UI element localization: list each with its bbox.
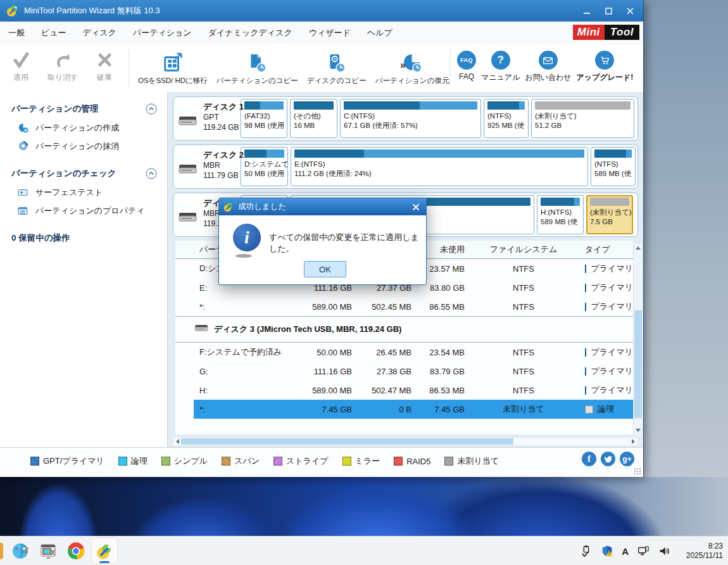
type-swatch-icon (585, 303, 586, 311)
dialog-titlebar[interactable]: 成功しました (219, 198, 426, 215)
taskbar-clock[interactable]: 8:23 2025/11/11 (679, 542, 723, 561)
apply-check-button[interactable]: 適用 (5, 49, 37, 83)
cell: 7.45 GB (411, 400, 465, 419)
legend-item: ミラー (342, 455, 380, 467)
twitter-icon[interactable] (601, 452, 615, 466)
partition-label: C:(NTFS) (344, 111, 477, 121)
faq-badge-button[interactable]: FAQFAQ (457, 51, 476, 83)
partition-box[interactable]: C:(NTFS)67.1 GB (使用済: 57%) (340, 99, 481, 138)
snipping-tool-icon[interactable] (39, 542, 57, 560)
ime-mode-icon[interactable]: A (622, 546, 629, 557)
minimize-icon[interactable] (577, 4, 596, 18)
googleplus-icon[interactable]: g+ (620, 452, 634, 466)
table-row[interactable]: *:7.45 GB0 B7.45 GB未割り当て論理 (175, 400, 633, 419)
type-label: プライマリ (591, 282, 633, 293)
menu-item[interactable]: ウィザード (301, 22, 359, 44)
facebook-icon[interactable]: f (582, 452, 596, 466)
menu-item[interactable]: ディスク (75, 22, 125, 44)
question-button[interactable]: ?マニュアル (481, 51, 520, 83)
partition-box[interactable]: H:(NTFS)589 MB (使 (537, 195, 584, 234)
security-shield-warning-icon[interactable] (601, 545, 613, 557)
partition-usage-bar (294, 101, 334, 110)
titlebar: MiniTool Partition Wizard 無料版 10.3 (0, 0, 643, 22)
menu-item[interactable]: ダイナミックディスク (200, 22, 301, 44)
info-icon: i (233, 224, 261, 251)
maximize-icon[interactable] (599, 4, 618, 18)
partition-size: 925 MB (使 (487, 121, 525, 130)
partition-usage-bar (244, 101, 284, 110)
usb-device-icon[interactable] (580, 545, 593, 557)
disk-info[interactable]: ディスク 2MBR111.79 GB (175, 147, 241, 186)
resize-grip[interactable] (634, 467, 641, 475)
os-migrate-button[interactable]: OSをSSD/ HDに移行 (135, 51, 210, 86)
disk-row: ディスク 1GPT119.24 GB(FAT32)98 MB (使用(その他)1… (173, 96, 638, 141)
ok-button[interactable]: OK (304, 261, 346, 277)
menu-item[interactable]: 一般 (0, 22, 33, 44)
sidebar-item[interactable]: パーティションの抹消 (0, 137, 167, 155)
paint-icon[interactable] (11, 542, 29, 560)
menu-item[interactable]: ヘルプ (359, 22, 401, 44)
taskbar-edge-icon[interactable] (0, 543, 3, 559)
volume-icon[interactable] (658, 545, 670, 557)
horizontal-scrollbar[interactable] (173, 437, 638, 446)
table-row[interactable]: H:589.00 MB502.47 MB86.53 MBNTFSプライマリ (175, 381, 633, 400)
table-row[interactable]: G:111.16 GB27.38 GB83.79 GBNTFSプライマリ (175, 362, 633, 381)
partition-box[interactable]: (未割り当て)51.2 GB (531, 99, 634, 138)
partition-box[interactable]: (NTFS)925 MB (使 (484, 99, 529, 138)
type-swatch-icon (585, 367, 586, 376)
sidebar-item-label: サーフェステスト (35, 187, 103, 198)
partition-recovery-button[interactable]: パーティションの復元 (373, 51, 452, 86)
drive-icon (178, 114, 198, 130)
minitool-taskbar-button[interactable] (91, 538, 118, 564)
scrollbar-thumb[interactable] (634, 310, 642, 418)
sidebar-item[interactable]: パーティションのプロパティ (0, 201, 167, 220)
chrome-icon[interactable] (67, 542, 85, 560)
scroll-left-icon[interactable] (173, 438, 181, 445)
table-row[interactable]: F:システムで予約済み50.00 MB26.45 MB23.54 MBNTFSプ… (175, 343, 633, 362)
mail-button[interactable]: お問い合わせ (525, 51, 571, 83)
collapse-icon[interactable] (146, 168, 157, 179)
close-icon[interactable] (620, 4, 639, 18)
partition-box[interactable]: (その他)16 MB (290, 99, 337, 138)
partition-box[interactable]: E:(NTFS)111.2 GB (使用済: 24%) (291, 147, 588, 186)
close-icon[interactable] (412, 203, 420, 211)
table-row[interactable]: *:589.00 MB502.45 MB86.55 MBNTFSプライマリ (175, 297, 633, 316)
sidebar-item[interactable]: サーフェステスト (0, 183, 167, 201)
cell: NTFS (465, 283, 582, 293)
scroll-up-icon[interactable] (634, 244, 643, 251)
scroll-right-icon[interactable] (630, 438, 637, 445)
column-header[interactable]: ファイルシステム (465, 244, 582, 255)
menu-item[interactable]: ビュー (33, 22, 75, 44)
toolbar-overflow-icon[interactable]: » (400, 60, 406, 71)
disk-size: 111.79 GB (203, 170, 241, 181)
partition-box[interactable]: (未割り当て)7.5 GB (586, 195, 633, 234)
partition-usage-bar (344, 101, 477, 110)
disk-info[interactable]: ディスク 1GPT119.24 GB (175, 99, 241, 138)
partition-copy-button[interactable]: パーティションのコピー (214, 51, 301, 86)
partition-box[interactable]: (FAT32)98 MB (使用 (241, 99, 287, 138)
discard-button[interactable]: 破棄 (89, 49, 120, 83)
legend-label: RAID5 (406, 457, 430, 466)
success-dialog: 成功しました i すべての保留中の変更を正常に適用しました。 OK (218, 198, 427, 285)
scrollbar-thumb[interactable] (181, 438, 513, 445)
partition-label: H:(NTFS) (541, 208, 580, 217)
cell: 未割り当て (465, 400, 582, 419)
menu-item[interactable]: パーティション (125, 22, 200, 44)
legend-item: 論理 (118, 455, 147, 467)
disk-name: ディスク 2 (203, 149, 241, 160)
scroll-down-icon[interactable] (634, 427, 643, 435)
vertical-scrollbar[interactable] (633, 244, 642, 435)
collapse-icon[interactable] (146, 103, 157, 115)
column-header[interactable]: タイプ (582, 244, 633, 255)
partition-box[interactable]: (NTFS)589 MB (使 (591, 147, 636, 186)
dialog-title: 成功しました (238, 201, 412, 212)
undo-button[interactable]: 取り消す (47, 49, 78, 83)
cart-button[interactable]: アップグレード! (577, 51, 634, 83)
legend-label: ミラー (355, 455, 380, 467)
partition-box[interactable]: D:システムで50 MB (使用 (241, 147, 288, 186)
sidebar-item[interactable]: パーティションの作成 (0, 118, 167, 137)
app-window: MiniTool Partition Wizard 無料版 10.3 一般ビュー… (0, 0, 644, 477)
cell: 502.45 MB (352, 302, 411, 312)
disk-copy-button[interactable]: ディスクのコピー (304, 51, 369, 86)
network-icon[interactable] (637, 545, 650, 557)
